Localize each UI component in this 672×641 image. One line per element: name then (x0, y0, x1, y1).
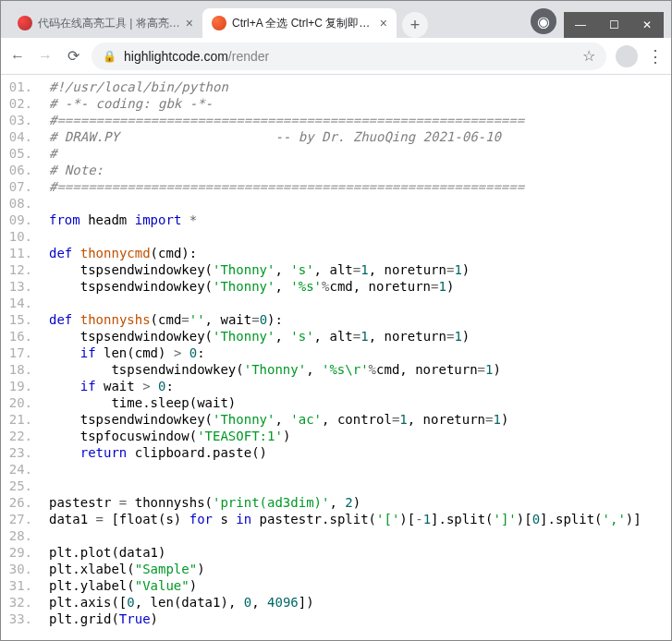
line-number: 18. (1, 361, 38, 378)
code-line: 03.#====================================… (1, 112, 641, 128)
url-text: highlightcode.com/render (124, 49, 269, 64)
new-tab-button[interactable]: + (402, 12, 428, 38)
profile-avatar[interactable] (616, 45, 638, 67)
code-text: data1 = [float(s) for s in pastestr.spli… (42, 511, 641, 527)
browser-menu-button[interactable]: ⋮ (647, 46, 664, 67)
close-tab-icon[interactable]: × (186, 16, 193, 30)
page-content[interactable]: 01.#!/usr/local/bin/python02.# -*- codin… (1, 75, 671, 640)
url-host: highlightcode.com (124, 49, 228, 64)
window-close[interactable]: ✕ (630, 12, 664, 38)
close-tab-icon[interactable]: × (380, 16, 387, 30)
tab-strip: 代码在线高亮工具 | 将高亮美化的 × Ctrl+A 全选 Ctrl+C 复制即… (1, 1, 671, 38)
code-text: #=======================================… (42, 112, 524, 128)
line-number: 15. (1, 311, 38, 328)
account-button[interactable]: ◉ (531, 8, 556, 34)
favicon-icon (212, 16, 226, 30)
forward-button[interactable]: → (36, 48, 55, 65)
code-line: 29.plt.plot(data1) (1, 544, 641, 561)
line-number: 06. (1, 162, 38, 178)
window-maximize[interactable]: ☐ (597, 12, 630, 38)
code-line: 13. tspsendwindowkey('Thonny', '%s'%cmd,… (1, 278, 641, 295)
code-line: 05.# (1, 145, 641, 162)
code-text: #!/usr/local/bin/python (42, 79, 228, 95)
code-text: # -*- coding: gbk -*- (42, 95, 213, 112)
code-text: tspsendwindowkey('Thonny', '%s\r'%cmd, n… (42, 361, 501, 378)
line-number: 28. (1, 527, 38, 544)
code-text: plt.plot(data1) (42, 544, 165, 561)
lock-icon: 🔒 (103, 50, 116, 63)
code-line: 23. return clipboard.paste() (1, 444, 641, 461)
line-number: 08. (1, 195, 38, 212)
code-text: return clipboard.paste() (42, 444, 267, 461)
code-text: from headm import * (42, 212, 197, 228)
line-number: 29. (1, 544, 38, 561)
code-text: tspsendwindowkey('Thonny', '%s'%cmd, nor… (42, 278, 454, 295)
line-number: 12. (1, 261, 38, 278)
url-path: /render (228, 49, 269, 64)
code-line: 01.#!/usr/local/bin/python (1, 79, 641, 95)
line-number: 20. (1, 394, 38, 411)
code-text: def thonnycmd(cmd): (42, 245, 197, 261)
code-line: 11.def thonnycmd(cmd): (1, 245, 641, 261)
line-number: 13. (1, 278, 38, 295)
line-number: 30. (1, 561, 38, 577)
code-line: 31.plt.ylabel("Value") (1, 577, 641, 594)
code-text: #=======================================… (42, 178, 524, 195)
code-text: if len(cmd) > 0: (42, 345, 205, 361)
line-number: 19. (1, 378, 38, 394)
plus-icon: + (410, 16, 421, 35)
line-number: 10. (1, 228, 38, 245)
close-icon: ✕ (642, 18, 652, 31)
code-text: plt.xlabel("Sample") (42, 561, 205, 577)
code-text: if wait > 0: (42, 378, 174, 394)
code-line: 33.plt.grid(True) (1, 611, 641, 627)
circle-icon: ◉ (537, 13, 550, 30)
code-text: tspsendwindowkey('Thonny', 's', alt=1, n… (42, 328, 470, 345)
line-number: 05. (1, 145, 38, 162)
code-line: 21. tspsendwindowkey('Thonny', 'ac', con… (1, 411, 641, 428)
browser-toolbar: ← → ⟳ 🔒 highlightcode.com/render ☆ ⋮ (1, 38, 671, 75)
code-text: tspsendwindowkey('Thonny', 'ac', control… (42, 411, 508, 428)
browser-tab-1[interactable]: Ctrl+A 全选 Ctrl+C 复制即可 - G × (202, 8, 397, 38)
code-text: pastestr = thonnyshs('print(ad3dim)', 2) (42, 494, 360, 511)
code-line: 20. time.sleep(wait) (1, 394, 641, 411)
code-line: 27.data1 = [float(s) for s in pastestr.s… (1, 511, 641, 527)
line-number: 02. (1, 95, 38, 112)
reload-button[interactable]: ⟳ (64, 47, 82, 65)
code-text: tspfocuswindow('TEASOFT:1') (42, 428, 290, 444)
line-number: 22. (1, 428, 38, 444)
line-number: 03. (1, 112, 38, 128)
line-number: 16. (1, 328, 38, 345)
code-line: 16. tspsendwindowkey('Thonny', 's', alt=… (1, 328, 641, 345)
code-text: time.sleep(wait) (42, 394, 236, 411)
code-line: 26.pastestr = thonnyshs('print(ad3dim)',… (1, 494, 641, 511)
line-number: 01. (1, 79, 38, 95)
code-text: plt.axis([0, len(data1), 0, 4096]) (42, 594, 314, 611)
code-line: 14. (1, 295, 641, 311)
code-text: plt.ylabel("Value") (42, 577, 197, 594)
window-minimize[interactable]: — (564, 12, 597, 38)
code-line: 10. (1, 228, 641, 245)
code-line: 12. tspsendwindowkey('Thonny', 's', alt=… (1, 261, 641, 278)
line-number: 27. (1, 511, 38, 527)
line-number: 33. (1, 611, 38, 627)
back-button[interactable]: ← (8, 48, 27, 65)
code-line: 24. (1, 461, 641, 478)
code-line: 06.# Note: (1, 162, 641, 178)
bookmark-star-icon[interactable]: ☆ (582, 47, 595, 65)
browser-tab-0[interactable]: 代码在线高亮工具 | 将高亮美化的 × (8, 8, 202, 38)
code-line: 04.# DRAW.PY -- by Dr. ZhuoQing 2021-06-… (1, 128, 641, 145)
line-number: 26. (1, 494, 38, 511)
code-line: 02.# -*- coding: gbk -*- (1, 95, 641, 112)
line-number: 31. (1, 577, 38, 594)
code-line: 18. tspsendwindowkey('Thonny', '%s\r'%cm… (1, 361, 641, 378)
code-text: plt.grid(True) (42, 611, 158, 627)
address-bar[interactable]: 🔒 highlightcode.com/render ☆ (92, 42, 606, 70)
code-line: 32.plt.axis([0, len(data1), 0, 4096]) (1, 594, 641, 611)
code-line: 28. (1, 527, 641, 544)
line-number: 09. (1, 212, 38, 228)
tab-title: 代码在线高亮工具 | 将高亮美化的 (38, 16, 180, 31)
line-number: 14. (1, 295, 38, 311)
line-number: 32. (1, 594, 38, 611)
code-line: 08. (1, 195, 641, 212)
